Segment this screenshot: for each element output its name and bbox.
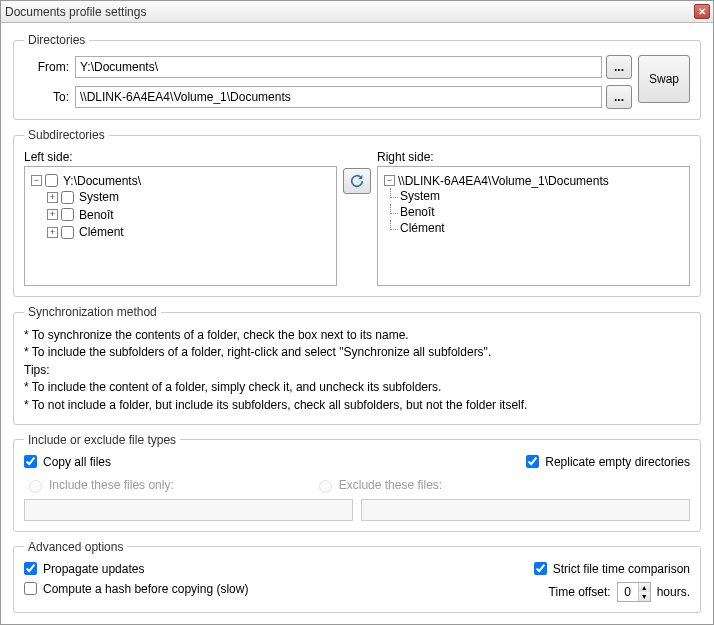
sync-method-group: Synchronization method * To synchronize … (13, 305, 701, 425)
minus-icon[interactable]: − (31, 175, 42, 186)
left-child-checkbox[interactable] (61, 226, 74, 239)
from-label: From: (24, 60, 69, 74)
propagate-updates-label: Propagate updates (43, 562, 144, 576)
include-only-label: Include these files only: (49, 478, 174, 492)
left-side-label: Left side: (24, 150, 337, 164)
sync-line: * To include the content of a folder, si… (24, 379, 690, 396)
compute-hash-option[interactable]: Compute a hash before copying (slow) (24, 582, 248, 596)
close-icon: ✕ (698, 7, 706, 17)
propagate-updates-checkbox[interactable] (24, 562, 37, 575)
from-path-input[interactable] (75, 56, 602, 78)
subdirectories-group: Subdirectories Left side: − Y:\Documents… (13, 128, 701, 297)
close-button[interactable]: ✕ (694, 4, 710, 19)
plus-icon[interactable]: + (47, 227, 58, 238)
sync-line: * To not include a folder, but include i… (24, 397, 690, 414)
browse-from-button[interactable]: ... (606, 55, 632, 79)
exclude-files-input (361, 499, 690, 521)
include-only-radio (29, 480, 42, 493)
sync-line: * To synchronize the contents of a folde… (24, 327, 690, 344)
swap-button[interactable]: Swap (638, 55, 690, 103)
directories-group: Directories From: ... To: ... Swap (13, 33, 701, 120)
sync-line: Tips: (24, 362, 690, 379)
exclude-these-option: Exclude these files: (314, 477, 690, 493)
exclude-these-label: Exclude these files: (339, 478, 442, 492)
browse-to-button[interactable]: ... (606, 85, 632, 109)
filetypes-group: Include or exclude file types Copy all f… (13, 433, 701, 532)
left-root-label: Y:\Documents\ (63, 174, 141, 188)
time-offset-row: Time offset: ▲ ▼ hours. (549, 582, 690, 602)
compute-hash-checkbox[interactable] (24, 582, 37, 595)
left-root-checkbox[interactable] (45, 174, 58, 187)
filetypes-legend: Include or exclude file types (24, 433, 180, 447)
right-child-label: System (400, 189, 440, 203)
strict-time-checkbox[interactable] (534, 562, 547, 575)
left-tree[interactable]: − Y:\Documents\ + System (24, 166, 337, 286)
left-child-label: Clément (79, 225, 124, 239)
spinner-up-icon[interactable]: ▲ (639, 583, 650, 592)
minus-icon[interactable]: − (384, 175, 395, 186)
copy-all-files-option[interactable]: Copy all files (24, 455, 111, 469)
to-path-input[interactable] (75, 86, 602, 108)
time-offset-label: Time offset: (549, 585, 611, 599)
strict-time-label: Strict file time comparison (553, 562, 690, 576)
sync-method-legend: Synchronization method (24, 305, 161, 319)
right-child-label: Clément (400, 221, 445, 235)
replicate-empty-option[interactable]: Replicate empty directories (526, 455, 690, 469)
plus-icon[interactable]: + (47, 192, 58, 203)
include-files-input (24, 499, 353, 521)
directories-legend: Directories (24, 33, 89, 47)
plus-icon[interactable]: + (47, 209, 58, 220)
dialog-window: Documents profile settings ✕ Directories… (0, 0, 714, 625)
window-title: Documents profile settings (5, 5, 146, 19)
sync-line: * To include the subfolders of a folder,… (24, 344, 690, 361)
spinner-down-icon[interactable]: ▼ (639, 592, 650, 601)
compute-hash-label: Compute a hash before copying (slow) (43, 582, 248, 596)
left-child-checkbox[interactable] (61, 191, 74, 204)
left-child-label: System (79, 190, 119, 204)
time-offset-input[interactable] (618, 583, 638, 601)
sync-method-text: * To synchronize the contents of a folde… (24, 327, 690, 414)
right-root-label: \\DLINK-6A4EA4\Volume_1\Documents (398, 174, 609, 188)
propagate-updates-option[interactable]: Propagate updates (24, 562, 248, 576)
left-child-checkbox[interactable] (61, 208, 74, 221)
advanced-legend: Advanced options (24, 540, 127, 554)
replicate-empty-label: Replicate empty directories (545, 455, 690, 469)
right-child-label: Benoît (400, 205, 435, 219)
time-offset-spinner[interactable]: ▲ ▼ (617, 582, 651, 602)
replicate-empty-checkbox[interactable] (526, 455, 539, 468)
refresh-icon (349, 173, 365, 189)
left-child-label: Benoît (79, 208, 114, 222)
copy-all-files-label: Copy all files (43, 455, 111, 469)
exclude-these-radio (319, 480, 332, 493)
right-side-label: Right side: (377, 150, 690, 164)
strict-time-option[interactable]: Strict file time comparison (534, 562, 690, 576)
include-only-option: Include these files only: (24, 477, 174, 493)
hours-label: hours. (657, 585, 690, 599)
refresh-button[interactable] (343, 168, 371, 194)
advanced-group: Advanced options Propagate updates Compu… (13, 540, 701, 613)
dialog-footer: Save Cancel (13, 621, 701, 624)
to-label: To: (24, 90, 69, 104)
titlebar: Documents profile settings ✕ (1, 1, 713, 23)
right-tree[interactable]: − \\DLINK-6A4EA4\Volume_1\Documents Syst… (377, 166, 690, 286)
subdirectories-legend: Subdirectories (24, 128, 109, 142)
copy-all-files-checkbox[interactable] (24, 455, 37, 468)
